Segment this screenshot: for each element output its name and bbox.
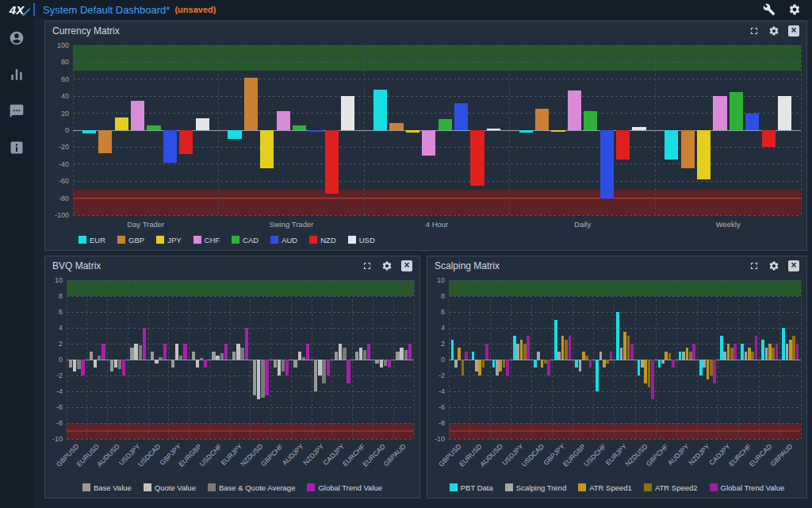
bar [668, 353, 672, 360]
legend-item[interactable]: Global Trend Value [307, 483, 382, 492]
bar [786, 344, 789, 360]
bar [115, 117, 128, 130]
panel-gear-icon[interactable] [381, 260, 393, 271]
bar [661, 360, 665, 364]
panel-title: BVQ Matrix [52, 260, 101, 271]
legend-item[interactable]: Quote Value [144, 483, 196, 492]
bar [451, 340, 454, 360]
bar [458, 348, 461, 360]
stats-icon[interactable] [9, 67, 25, 83]
bar [454, 103, 468, 130]
bar [196, 118, 209, 130]
legend-item[interactable]: PBT Data [450, 483, 493, 492]
bar [244, 78, 258, 130]
bar [470, 130, 484, 186]
bar [561, 336, 565, 360]
bar [713, 360, 716, 383]
panel-title: Currency Matrix [52, 25, 120, 37]
x-tick-label: USDCHF [198, 442, 224, 468]
bar [658, 360, 661, 368]
y-tick-label: 4 [441, 324, 445, 332]
bar [565, 340, 568, 360]
y-tick-label: 8 [59, 292, 63, 300]
close-icon[interactable]: × [401, 260, 412, 271]
lower-band [73, 190, 801, 215]
bar [482, 360, 485, 368]
bar [527, 336, 530, 360]
y-tick-label: 20 [61, 110, 69, 117]
bar [341, 96, 354, 130]
y-tick-label: -4 [56, 387, 63, 395]
chart-canvas: -10-8-6-4-20246810GBPUSDEURUSDAUDUSDUSDJ… [427, 275, 806, 480]
topbar-separator [33, 3, 35, 16]
bar [551, 130, 565, 132]
legend-item[interactable]: Base Value [82, 483, 132, 492]
side-bar [0, 19, 33, 508]
gear-icon[interactable] [788, 3, 801, 16]
legend-item[interactable]: Base & Quote Average [208, 483, 295, 492]
legend-item[interactable]: Scalping Trend [505, 483, 566, 492]
legend-item[interactable]: NZD [309, 236, 336, 244]
legend-swatch [578, 483, 586, 491]
bvq-matrix-chart: -10-8-6-4-20246810GBPUSDEURUSDAUDUSDUSDJ… [45, 275, 419, 480]
bar [579, 360, 582, 371]
legend-item[interactable]: ATR Speed1 [578, 483, 632, 492]
legend-swatch [505, 483, 513, 491]
upper-band [449, 280, 801, 296]
panel-gear-icon[interactable] [768, 25, 779, 37]
close-icon[interactable]: × [788, 25, 799, 37]
info-icon[interactable] [9, 140, 25, 156]
x-tick-label: USDCHF [582, 442, 607, 468]
legend-item[interactable]: JPY [156, 236, 181, 244]
legend-item[interactable]: Global Trend Value [710, 483, 785, 492]
close-icon[interactable]: × [788, 260, 799, 271]
bar [343, 348, 346, 360]
wrench-icon[interactable] [763, 3, 776, 16]
bar [232, 352, 236, 360]
legend-item[interactable]: GBP [117, 236, 144, 244]
bar [710, 360, 713, 375]
y-tick-label: -2 [56, 371, 63, 379]
bar [114, 360, 117, 368]
legend-item[interactable]: CAD [232, 236, 259, 244]
upper-band [73, 45, 801, 71]
x-tick-label: USDCAD [519, 442, 545, 468]
y-tick-label: 8 [441, 292, 445, 300]
legend-item[interactable]: USD [348, 236, 375, 244]
bar [503, 360, 506, 368]
legend-label: USD [359, 236, 375, 244]
panel-gear-icon[interactable] [768, 260, 779, 271]
expand-icon[interactable] [749, 260, 760, 271]
y-tick-label: -8 [56, 419, 63, 427]
bar [681, 130, 695, 168]
x-tick-label: GBPAUD [768, 442, 794, 468]
legend-item[interactable]: EUR [79, 236, 105, 244]
bar [171, 360, 174, 368]
bar [772, 348, 775, 360]
x-tick-label: AUDJPY [281, 442, 305, 467]
y-tick-label: 6 [441, 308, 445, 316]
chat-icon[interactable] [9, 103, 25, 119]
account-icon[interactable] [9, 30, 25, 46]
bar [216, 356, 219, 360]
x-tick-label: Daily [574, 220, 591, 229]
legend-item[interactable]: CHF [193, 236, 220, 244]
y-tick-label: -80 [59, 194, 69, 202]
bar [720, 336, 723, 360]
x-tick-label: AUDJPY [666, 442, 691, 467]
currency-matrix-chart: -100-80-60-40-20020406080100Day TraderSw… [45, 40, 806, 233]
bar [534, 360, 537, 368]
bar [475, 360, 478, 371]
bar [118, 360, 121, 369]
expand-icon[interactable] [749, 25, 760, 37]
bar [212, 352, 215, 360]
bar [589, 360, 592, 368]
legend-item[interactable]: AUD [270, 236, 297, 244]
expand-icon[interactable] [362, 260, 373, 271]
bar [265, 360, 268, 395]
bar [537, 352, 540, 360]
bar [261, 360, 264, 398]
legend-item[interactable]: ATR Speed2 [644, 483, 698, 492]
bar [380, 360, 383, 368]
bar [665, 352, 668, 360]
